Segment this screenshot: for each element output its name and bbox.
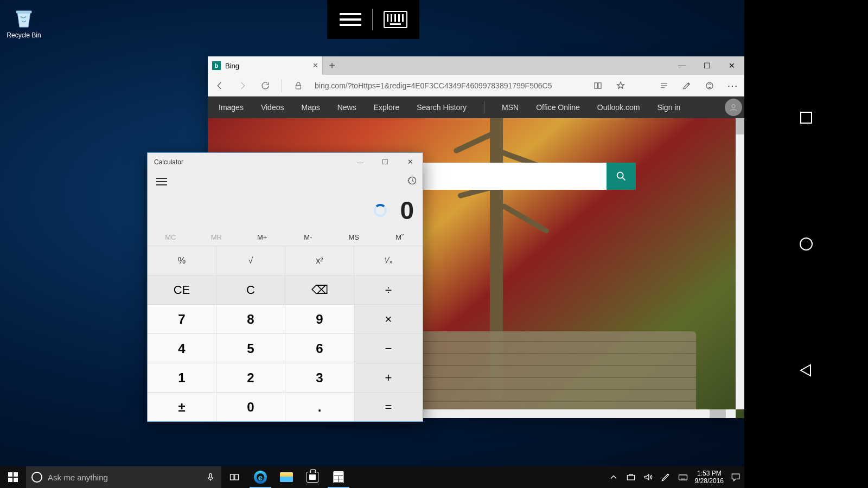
calc-mem-ms[interactable]: MS <box>331 229 377 246</box>
calc-mem-m+[interactable]: M+ <box>239 229 285 246</box>
calc-history-button[interactable] <box>406 175 417 188</box>
vertical-scrollbar[interactable] <box>736 118 744 409</box>
start-button[interactable] <box>0 466 26 488</box>
new-tab-button[interactable]: + <box>323 56 341 75</box>
calc-title-bar[interactable]: Calculator — ☐ ✕ <box>148 153 423 171</box>
profile-icon[interactable] <box>725 99 742 116</box>
nav-office-online[interactable]: Office Online <box>536 103 580 112</box>
nav-videos[interactable]: Videos <box>261 103 284 112</box>
tray-onedrive-icon[interactable] <box>626 472 636 483</box>
taskbar-edge-icon[interactable] <box>247 466 273 488</box>
calc-digit-0-button[interactable]: 0 <box>216 393 285 421</box>
close-tab-icon[interactable]: × <box>313 61 318 70</box>
tray-volume-icon[interactable] <box>643 472 654 483</box>
nav-search-history[interactable]: Search History <box>417 103 467 112</box>
calc-sqrt-button[interactable]: √ <box>216 246 285 275</box>
svg-rect-7 <box>235 474 239 480</box>
svg-rect-0 <box>296 85 301 89</box>
nav-maps[interactable]: Maps <box>301 103 320 112</box>
calc-digit-5-button[interactable]: 5 <box>216 334 285 363</box>
calc-decimal-button[interactable]: . <box>285 393 354 421</box>
taskbar-calculator-icon[interactable] <box>326 466 352 488</box>
calc-digit-1-button[interactable]: 1 <box>148 363 216 392</box>
calc-button-grid: %√x²¹⁄ₓCEC⌫÷789×456−123+±0.= <box>148 246 423 421</box>
bing-search-button[interactable] <box>607 163 636 190</box>
calc-digit-3-button[interactable]: 3 <box>285 363 354 392</box>
edge-minimize-button[interactable]: — <box>669 56 694 75</box>
nav-news[interactable]: News <box>337 103 356 112</box>
taskbar-clock[interactable]: 1:53 PM 9/28/2016 <box>695 470 724 485</box>
cortana-search-box[interactable]: Ask me anything <box>26 466 221 488</box>
calc-digit-6-button[interactable]: 6 <box>285 334 354 363</box>
cortana-icon <box>31 472 42 483</box>
share-icon[interactable] <box>703 79 716 92</box>
reading-view-icon[interactable] <box>591 79 604 92</box>
calc-digit-2-button[interactable]: 2 <box>216 363 285 392</box>
calc-clear-button[interactable]: C <box>216 275 285 304</box>
recycle-bin-desktop-icon[interactable]: Recycle Bin <box>4 4 43 39</box>
url-text[interactable]: bing.com/?toHttps=1&redig=4E0F3CC4349F46… <box>315 81 582 90</box>
calc-display: 0 <box>148 192 423 229</box>
edge-maximize-button[interactable]: ☐ <box>694 56 719 75</box>
calc-divide-button[interactable]: ÷ <box>354 275 423 304</box>
calc-clear-entry-button[interactable]: CE <box>148 275 216 304</box>
nav-sign-in[interactable]: Sign in <box>657 103 680 112</box>
calc-equals-button[interactable]: = <box>354 393 423 421</box>
calc-add-button[interactable]: + <box>354 363 423 392</box>
webnote-icon[interactable] <box>680 79 693 92</box>
forward-button[interactable] <box>236 79 249 92</box>
calc-digit-9-button[interactable]: 9 <box>285 305 354 333</box>
back-button[interactable] <box>213 79 226 92</box>
loading-spinner-icon <box>374 204 387 217</box>
calc-subtract-button[interactable]: − <box>354 334 423 363</box>
nav-outlook[interactable]: Outlook.com <box>597 103 640 112</box>
taskbar-file-explorer-icon[interactable] <box>273 466 299 488</box>
calc-reciprocal-button[interactable]: ¹⁄ₓ <box>354 246 423 275</box>
calc-mem-m[interactable]: Mˇ <box>377 229 423 246</box>
task-view-button[interactable] <box>221 466 247 488</box>
clock-time: 1:53 PM <box>695 470 724 477</box>
browser-tab-bing[interactable]: b Bing × <box>208 56 323 75</box>
calc-multiply-button[interactable]: × <box>354 305 423 333</box>
calc-mem-m[interactable]: M- <box>285 229 331 246</box>
more-icon[interactable]: ⋯ <box>726 79 739 92</box>
refresh-button[interactable] <box>259 79 272 92</box>
tray-pen-icon[interactable] <box>660 472 671 483</box>
calc-digit-7-button[interactable]: 7 <box>148 305 216 333</box>
calc-close-button[interactable]: ✕ <box>398 153 423 171</box>
cortana-placeholder: Ask me anything <box>48 473 108 482</box>
calc-digit-4-button[interactable]: 4 <box>148 334 216 363</box>
nav-explore[interactable]: Explore <box>374 103 399 112</box>
tray-chevron-up-icon[interactable] <box>608 472 619 483</box>
calc-percent-button[interactable]: % <box>148 246 216 275</box>
keyboard-icon[interactable] <box>384 11 407 28</box>
hub-icon[interactable] <box>658 79 671 92</box>
bing-nav-bar: Images Videos Maps News Explore Search H… <box>208 97 744 118</box>
lock-icon <box>292 79 305 92</box>
calc-maximize-button[interactable]: ☐ <box>373 153 398 171</box>
svg-rect-5 <box>209 473 211 478</box>
taskbar-store-icon[interactable] <box>299 466 326 488</box>
android-home-button[interactable] <box>797 235 815 253</box>
calc-minimize-button[interactable]: — <box>348 153 373 171</box>
microphone-icon[interactable] <box>205 472 216 483</box>
android-back-button[interactable] <box>797 362 815 379</box>
windows-taskbar: Ask me anything 1:53 PM 9/28/2016 <box>0 466 744 488</box>
tray-keyboard-icon[interactable] <box>678 472 688 483</box>
calc-negate-button[interactable]: ± <box>148 393 216 421</box>
nav-images[interactable]: Images <box>219 103 244 112</box>
android-recent-button[interactable] <box>797 109 815 126</box>
calc-backspace-button[interactable]: ⌫ <box>285 275 354 304</box>
nav-msn[interactable]: MSN <box>502 103 519 112</box>
action-center-icon[interactable] <box>730 472 741 483</box>
edge-tab-bar: b Bing × + — ☐ ✕ <box>208 56 744 75</box>
calc-digit-8-button[interactable]: 8 <box>216 305 285 333</box>
overlay-menu-button[interactable] <box>340 13 361 26</box>
calc-menu-button[interactable] <box>153 175 170 189</box>
svg-rect-6 <box>231 474 234 480</box>
calc-mem-mc: MC <box>148 229 194 246</box>
favorite-star-icon[interactable] <box>614 79 627 92</box>
edge-close-button[interactable]: ✕ <box>719 56 744 75</box>
calc-square-button[interactable]: x² <box>285 246 354 275</box>
edge-address-bar: bing.com/?toHttps=1&redig=4E0F3CC4349F46… <box>208 75 744 97</box>
